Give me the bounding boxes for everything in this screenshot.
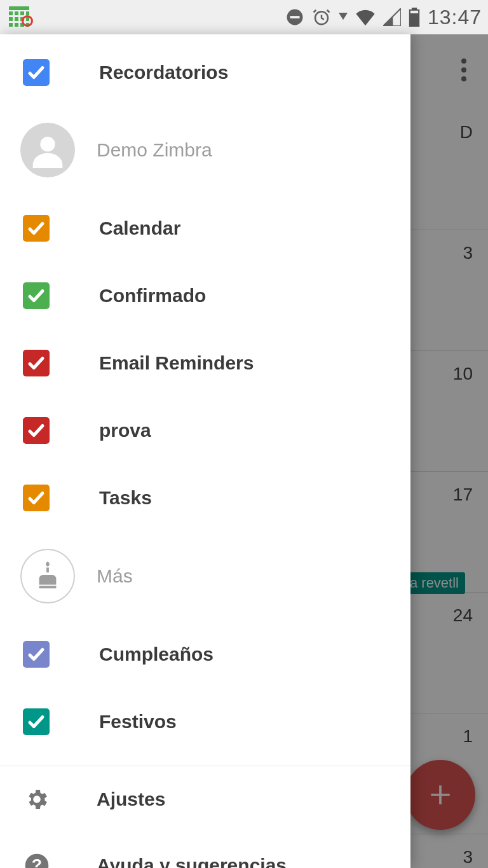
checkbox-icon[interactable] (23, 215, 50, 242)
checkbox-icon[interactable] (23, 485, 50, 511)
navigation-drawer: Recordatorios Demo Zimbra CalendarConfir… (0, 34, 410, 868)
wifi-icon (355, 8, 376, 26)
help-icon: ? (23, 851, 51, 868)
svg-text:?: ? (32, 855, 42, 868)
account-name: Demo Zimbra (97, 139, 212, 161)
checkbox-icon[interactable] (23, 282, 50, 309)
drawer-item-label: Email Reminders (99, 352, 254, 374)
drawer-item-calendar[interactable]: Confirmado (0, 262, 410, 329)
drawer-item-calendar[interactable]: Calendar (0, 195, 410, 262)
avatar-icon (20, 123, 75, 177)
status-clock: 13:47 (428, 6, 482, 29)
drawer-item-calendar[interactable]: Email Reminders (0, 329, 410, 397)
svg-rect-1 (290, 16, 299, 18)
drawer-item-label: Tasks (99, 487, 152, 509)
drawer-item-settings[interactable]: Ajustes (0, 766, 410, 832)
svg-rect-7 (412, 8, 417, 10)
battery-icon (409, 8, 420, 27)
drawer-item-calendar[interactable]: prova (0, 397, 410, 464)
dropdown-small-icon (339, 13, 348, 22)
drawer-item-label: prova (99, 420, 151, 441)
checkbox-icon[interactable] (23, 641, 50, 668)
drawer-item-label: Ayuda y sugerencias (97, 855, 287, 868)
alarm-icon (312, 8, 331, 27)
dnd-icon (285, 8, 304, 27)
checkbox-icon[interactable] (23, 350, 50, 376)
drawer-item-calendar[interactable]: Festivos (0, 688, 410, 755)
checkbox-icon[interactable] (23, 417, 50, 444)
status-bar: 13:47 (0, 0, 488, 34)
svg-marker-3 (339, 13, 348, 20)
checkbox-icon[interactable] (23, 708, 50, 735)
gear-icon (23, 785, 51, 813)
drawer-account-header[interactable]: Demo Zimbra (0, 106, 410, 195)
checkbox-icon[interactable] (23, 59, 50, 86)
drawer-item-label: Calendar (99, 217, 180, 239)
drawer-item-calendar[interactable]: Tasks (0, 464, 410, 532)
svg-rect-8 (410, 11, 418, 13)
drawer-item-label: Más (97, 565, 133, 587)
cell-signal-icon (383, 8, 401, 26)
drawer-item-calendar[interactable]: Cumpleaños (0, 621, 410, 688)
app-small-icon (6, 6, 34, 28)
birthday-icon (20, 549, 75, 603)
drawer-item-label: Cumpleaños (99, 644, 214, 665)
drawer-item-label: Recordatorios (99, 62, 228, 83)
drawer-item-more[interactable]: Más (0, 532, 410, 621)
drawer-item-label: Ajustes (97, 789, 165, 810)
drawer-item-label: Festivos (99, 711, 177, 733)
drawer-item-label: Confirmado (99, 285, 206, 307)
drawer-item-recordatorios[interactable]: Recordatorios (0, 39, 410, 106)
drawer-item-help[interactable]: ? Ayuda y sugerencias (0, 832, 410, 868)
svg-point-9 (40, 137, 55, 151)
